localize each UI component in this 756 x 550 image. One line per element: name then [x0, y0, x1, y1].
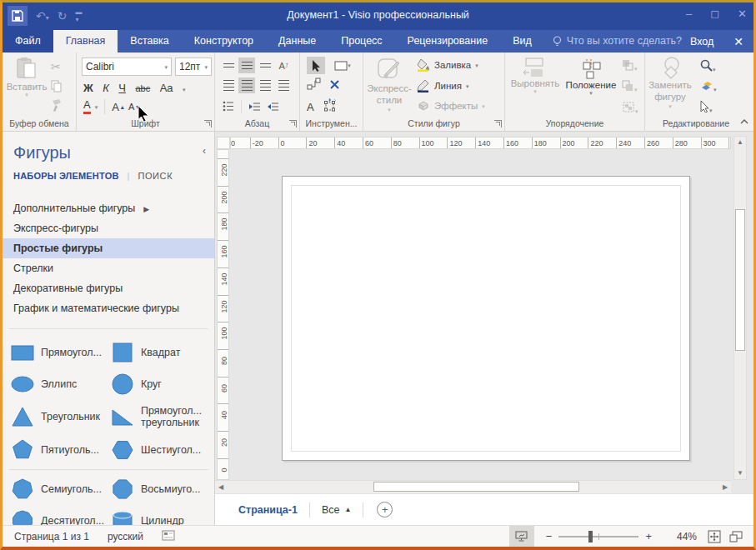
shape-ellipse[interactable]: Эллипс: [3, 368, 103, 400]
quick-styles-button[interactable]: Экспресс-стили ▾: [367, 57, 412, 112]
connection-point-tool-button[interactable]: [329, 78, 340, 93]
shape-hexagon[interactable]: Шестиугол...: [103, 434, 203, 466]
zoom-percentage[interactable]: 44%: [663, 531, 697, 542]
strikethrough-button[interactable]: abc: [135, 83, 150, 93]
bold-button[interactable]: Ж: [83, 82, 93, 94]
vertical-scroll-thumb[interactable]: [735, 209, 745, 351]
change-case-button[interactable]: Aa: [160, 82, 173, 94]
zoom-slider-thumb[interactable]: [588, 531, 593, 542]
undo-button[interactable]: ↶▾: [36, 9, 49, 22]
zoom-in-button[interactable]: +: [638, 530, 658, 542]
group-shapes-button[interactable]: ▾: [622, 101, 638, 117]
increase-indent-button[interactable]: [264, 98, 281, 114]
all-pages-button[interactable]: Все ▲: [322, 504, 351, 516]
minimize-button[interactable]: –: [686, 8, 692, 20]
pointer-tool-button[interactable]: [307, 57, 325, 74]
tab-search[interactable]: ПОИСК: [138, 171, 173, 181]
macros-button[interactable]: [162, 530, 175, 543]
transform-tool-button[interactable]: [323, 98, 337, 115]
tab-Вид[interactable]: Вид: [500, 30, 544, 52]
text-direction-button[interactable]: А⤴: [275, 58, 292, 73]
shape-square[interactable]: Квадрат: [103, 337, 203, 368]
align-left-button[interactable]: [220, 78, 237, 93]
presentation-mode-button[interactable]: [509, 526, 534, 548]
zoom-out-button[interactable]: −: [539, 530, 559, 542]
scroll-left-arrow[interactable]: ◀: [215, 482, 227, 493]
format-painter-button[interactable]: [51, 99, 63, 115]
collapse-ribbon-button[interactable]: [740, 112, 748, 128]
justify-button[interactable]: [275, 78, 292, 93]
effects-button[interactable]: Эффекты ▾: [417, 100, 485, 112]
tell-me-box[interactable]: Что вы хотите сделать?: [544, 30, 690, 52]
send-backward-button[interactable]: ▾: [622, 80, 638, 95]
shape-pentagon[interactable]: Пятиуголь...: [3, 434, 103, 466]
font-size-combobox[interactable]: 12пт▾: [175, 58, 212, 76]
tab-stencil-sets[interactable]: НАБОРЫ ЭЛЕМЕНТОВ: [13, 171, 119, 181]
decrease-indent-button[interactable]: [246, 98, 263, 114]
close-document-icon[interactable]: ✕: [733, 35, 743, 48]
maximize-button[interactable]: ◻: [710, 8, 719, 20]
fill-button[interactable]: Заливка ▾: [417, 58, 478, 72]
grow-font-button[interactable]: А: [112, 101, 119, 113]
collapse-panel-icon[interactable]: ‹: [203, 145, 206, 157]
scroll-right-arrow[interactable]: ▶: [719, 482, 731, 493]
find-button[interactable]: ▾: [700, 59, 716, 75]
horizontal-scroll-thumb[interactable]: [373, 482, 579, 492]
page-tab[interactable]: Страница-1: [238, 504, 298, 516]
tab-Рецензирование[interactable]: Рецензирование: [395, 30, 501, 52]
zoom-slider-track[interactable]: [558, 536, 638, 538]
shape-decagon[interactable]: Десятиугол...: [3, 505, 103, 525]
redo-button[interactable]: ↻: [58, 9, 68, 22]
tab-Конструктор[interactable]: Конструктор: [182, 30, 266, 52]
italic-button[interactable]: К: [103, 82, 109, 94]
close-button[interactable]: ✕: [738, 8, 747, 20]
switch-windows-button[interactable]: [725, 526, 747, 548]
font-color-button[interactable]: А: [83, 99, 91, 113]
shrink-font-button[interactable]: А: [128, 102, 134, 112]
paste-button[interactable]: Вставить ▾: [8, 57, 46, 98]
font-family-combobox[interactable]: Calibri▾: [82, 58, 172, 76]
shape-circle[interactable]: Круг: [103, 368, 203, 400]
fit-page-button[interactable]: [703, 526, 725, 548]
sign-in-link[interactable]: Вход: [690, 36, 713, 48]
tab-Вставка[interactable]: Вставка: [118, 30, 181, 52]
connector-tool-button[interactable]: [307, 78, 321, 93]
replace-shape-button[interactable]: Заменить фигуру ▾: [647, 57, 693, 109]
add-page-button[interactable]: +: [377, 502, 393, 518]
shape-cylinder[interactable]: Цилиндр: [103, 505, 203, 525]
layers-button[interactable]: ▾: [700, 80, 717, 95]
underline-button[interactable]: Ч: [118, 82, 126, 94]
language-status[interactable]: русский: [108, 531, 143, 542]
scroll-down-arrow[interactable]: ▼: [734, 468, 746, 479]
drawing-page[interactable]: [282, 176, 690, 461]
align-bottom-button[interactable]: [257, 58, 273, 73]
align-center-button[interactable]: [238, 78, 255, 93]
scroll-up-arrow[interactable]: ▲: [734, 137, 746, 148]
vertical-scrollbar[interactable]: ▲ ▼: [733, 136, 747, 480]
position-button[interactable]: Положение ▾: [563, 57, 618, 96]
rectangle-tool-button[interactable]: ▾: [330, 58, 355, 73]
align-top-button[interactable]: [220, 58, 237, 73]
tab-file[interactable]: Файл: [3, 30, 53, 52]
customize-qat-button[interactable]: ▬▾: [75, 8, 82, 23]
bring-forward-button[interactable]: ▾: [622, 59, 638, 74]
select-button[interactable]: ▾: [700, 101, 713, 116]
stencil-item[interactable]: Декоративные фигуры: [3, 278, 215, 298]
stencil-item[interactable]: Дополнительные фигуры▶: [3, 198, 215, 218]
bullets-button[interactable]: [220, 98, 237, 114]
stencil-item[interactable]: Экспресс-фигуры: [3, 218, 215, 238]
align-right-button[interactable]: [257, 78, 273, 93]
tab-Данные[interactable]: Данные: [266, 30, 328, 52]
shape-rectangle[interactable]: Прямоугол...: [3, 337, 103, 368]
drawing-canvas-area[interactable]: -40-200204060801001201401601802002202402…: [215, 132, 753, 493]
shape-right-triangle[interactable]: Прямоугол... треугольник: [103, 400, 203, 434]
horizontal-scrollbar[interactable]: ◀ ▶: [215, 480, 731, 493]
text-tool-button[interactable]: А: [307, 101, 314, 113]
cut-button[interactable]: ✂: [51, 59, 61, 74]
page-count-status[interactable]: Страница 1 из 1: [14, 531, 89, 542]
stencil-item[interactable]: Стрелки: [3, 258, 215, 278]
tab-Процесс[interactable]: Процесс: [328, 30, 394, 52]
align-button[interactable]: Выровнять ▾: [510, 57, 560, 94]
stencil-item[interactable]: График и математические фигуры: [3, 298, 215, 318]
line-button[interactable]: Линия ▾: [417, 79, 469, 92]
